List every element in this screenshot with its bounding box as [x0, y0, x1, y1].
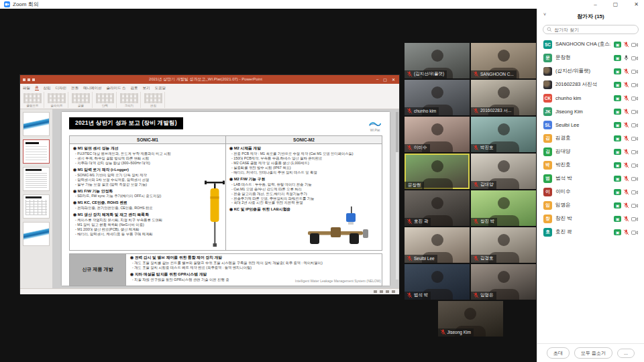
chevron-down-icon[interactable]: ˅	[543, 12, 546, 17]
participant-row[interactable]: 호 호진 곽 ▣	[537, 225, 644, 239]
participant-row[interactable]: SC SANGHOON CHA (호스트, 나) ▣	[537, 38, 644, 51]
participant-row[interactable]: 김 김경호 ▣	[537, 131, 644, 145]
video-tile[interactable]: 김대양	[471, 154, 536, 189]
quick-access-toolbar[interactable]	[23, 78, 35, 81]
video-tile[interactable]: 문창현	[405, 154, 470, 189]
normal-view-icon[interactable]	[374, 290, 377, 293]
video-tile[interactable]: Seulbi Lee	[405, 227, 470, 263]
ribbon-tab[interactable]: 삽입	[44, 86, 51, 90]
search-input[interactable]	[554, 27, 628, 32]
video-mic-slot	[407, 71, 413, 78]
participant-status-icons: ▣	[614, 38, 638, 50]
slide-thumbnail[interactable]	[23, 194, 50, 219]
avatar	[543, 80, 552, 89]
participant-row[interactable]: 범 범석 박 ▣	[537, 172, 644, 185]
minimize-button[interactable]: –	[594, 0, 596, 9]
ribbon-group[interactable]: 슬라이드	[46, 92, 68, 108]
video-tile[interactable]: 창진 박	[471, 190, 536, 226]
video-tile[interactable]: Jiseong Kim	[438, 301, 503, 337]
ribbon-tab[interactable]: 전환	[71, 86, 78, 90]
ppt-maximize-button[interactable]: ▢	[383, 77, 387, 82]
participant-row[interactable]: CK chunho kim ▣	[537, 91, 644, 105]
ribbon-tab[interactable]: 슬라이드 쇼	[107, 86, 126, 90]
participant-name: 김대양	[555, 148, 610, 155]
video-tile[interactable]: 김경호	[471, 227, 536, 263]
video-tile[interactable]: 이미수	[405, 117, 470, 152]
muted-mic-icon	[623, 149, 629, 155]
slide-section-heading: ◉ 지하 매설물 탐지를 위한 GPR시스템 개발	[130, 272, 378, 278]
ribbon-tab[interactable]: 도움말	[155, 86, 166, 90]
video-tile[interactable]: 임명은	[471, 264, 536, 300]
panel-button[interactable]: ...	[617, 349, 635, 358]
video-name-label: 201602283 서...	[471, 107, 514, 116]
slide-thumbnail[interactable]	[23, 222, 50, 246]
participant-row[interactable]: 박 박진호 ▣	[537, 158, 644, 172]
participant-row[interactable]: (감지선/위플랫) ▣	[537, 64, 644, 78]
powerpoint-document-title: 2021년 상반기 개발팀 성과보고_WI.Plat(2021.07) - Po…	[37, 76, 374, 82]
participant-row[interactable]: 201602283 서진석 ▣	[537, 78, 644, 91]
ribbon-group[interactable]: 클립보드	[21, 92, 44, 108]
panel-button[interactable]: 초대	[547, 347, 570, 359]
participant-row[interactable]: 김 김대양 ▣	[537, 145, 644, 158]
avatar: JK	[543, 107, 552, 116]
participant-row[interactable]: SL Seulbi Lee ▣	[537, 118, 644, 131]
video-mic-slot	[407, 292, 413, 299]
slide-sorter-icon[interactable]	[380, 290, 383, 293]
close-button[interactable]: ✕	[634, 0, 639, 9]
screen-share-badge: ▣	[614, 95, 621, 101]
camera-slot	[631, 199, 638, 211]
video-tile[interactable]: 박진호	[471, 117, 536, 152]
avatar: 문	[543, 54, 552, 62]
video-name-label: 이미수	[405, 144, 430, 153]
ribbon-tab[interactable]: 보기	[143, 86, 150, 90]
mic-slot	[623, 226, 629, 238]
ppt-close-button[interactable]: ✕	[392, 77, 395, 82]
video-mic-slot	[473, 145, 479, 152]
video-tile[interactable]: chunho kim	[405, 80, 470, 115]
ribbon[interactable]: 파일홈삽입디자인전환애니메이션슬라이드 쇼검토보기도움말 클립보드 슬라이드 글…	[20, 84, 399, 109]
participant-row[interactable]: 창 창진 박 ▣	[537, 212, 644, 225]
avatar: 김	[543, 147, 552, 156]
ribbon-group[interactable]: 편집	[142, 92, 165, 108]
slide-canvas[interactable]: 2021년 상반기 성과 보고 (장비 개발팀) WI.Plat	[62, 112, 390, 286]
slide-bullet: - M2 CASE 금형 제작 및 사출품 생산 (1,000세트)	[229, 161, 378, 166]
video-participant-name: 이미수	[414, 145, 427, 151]
video-tile[interactable]: 201602283 서...	[471, 80, 536, 115]
m1-logger-device-image	[201, 179, 228, 249]
maximize-button[interactable]: ▢	[613, 0, 619, 9]
participant-row[interactable]: 이 이미수 ▣	[537, 185, 644, 198]
video-name-label: (김지선/위플랫)	[405, 70, 447, 79]
camera-icon	[631, 82, 638, 88]
slide-thumbnail[interactable]	[23, 167, 50, 191]
mic-slot	[623, 38, 629, 50]
participant-row[interactable]: JK Jiseong Kim ▣	[537, 105, 644, 118]
ribbon-tab[interactable]: 검토	[131, 86, 138, 90]
participant-row[interactable]: 문 문창현 ▣	[537, 51, 644, 64]
video-tile[interactable]: (김지선/위플랫)	[405, 43, 470, 78]
participant-row[interactable]: 임 임명은 ▣	[537, 198, 644, 212]
video-tile[interactable]: 범석 박	[405, 264, 470, 300]
slide-scrollbar[interactable]	[396, 112, 398, 280]
ribbon-group[interactable]: 단락	[94, 92, 117, 108]
ribbon-tab[interactable]: 애니메이션	[83, 86, 102, 90]
slide-thumbnail[interactable]	[23, 112, 50, 136]
video-tile[interactable]: 호진 곽	[405, 190, 470, 226]
ribbon-tab[interactable]: 파일	[23, 86, 30, 90]
panel-button[interactable]: 모두 음소거	[574, 347, 612, 359]
ppt-minimize-button[interactable]: –	[376, 77, 378, 82]
ribbon-group[interactable]: 글꼴	[70, 92, 93, 108]
participant-search[interactable]	[543, 25, 639, 34]
participant-status-icons: ▣	[614, 132, 638, 144]
avatar: 김	[543, 134, 552, 143]
ribbon-tab[interactable]: 홈	[35, 85, 39, 90]
participant-status-icons: ▣	[614, 199, 638, 211]
zoom-slider[interactable]	[392, 290, 395, 293]
slide-thumbnail[interactable]	[23, 139, 50, 164]
camera-slot	[631, 105, 638, 117]
video-tile[interactable]: SANGHOON C...	[471, 43, 536, 78]
slideshow-icon[interactable]	[386, 290, 389, 293]
thumbnail-panel[interactable]	[20, 109, 52, 288]
ribbon-tab[interactable]: 디자인	[56, 86, 67, 90]
ribbon-group[interactable]: 그리기	[118, 92, 141, 108]
participants-title: 참가자 (15)	[577, 13, 604, 20]
